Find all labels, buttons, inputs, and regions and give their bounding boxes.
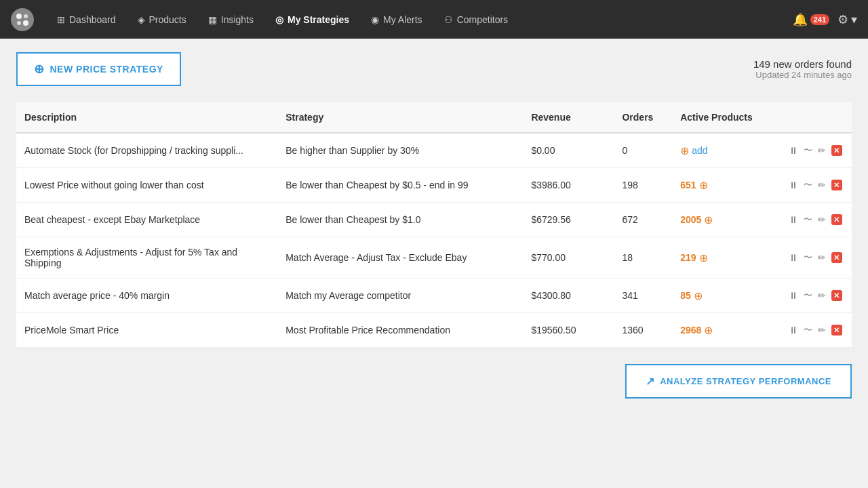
- chevron-down-icon: ▾: [851, 12, 857, 27]
- brand-logo[interactable]: [11, 8, 34, 31]
- edit-button[interactable]: ✏: [816, 323, 827, 337]
- bell-icon: 🔔: [793, 12, 808, 27]
- active-count: 651: [680, 180, 696, 190]
- table-header: Description Strategy Revenue Orders Acti…: [16, 102, 852, 133]
- analyze-strategy-button[interactable]: ↗ ANALYZE STRATEGY PERFORMANCE: [625, 364, 852, 399]
- add-products-button[interactable]: add: [692, 145, 707, 156]
- delete-button[interactable]: ✕: [830, 323, 844, 337]
- trend-icon: ↗: [646, 375, 655, 388]
- col-header-active-products: Active Products: [672, 102, 779, 133]
- nav-item-competitors[interactable]: ⚇ Competitors: [435, 9, 517, 30]
- cell-active-products: 651⊕: [672, 168, 779, 203]
- orders-found-text: 149 new orders found: [753, 58, 852, 70]
- cell-strategy: Match my Average competitor: [277, 279, 523, 313]
- cell-description: Exemptions & Adjustments - Adjust for 5%…: [16, 237, 277, 279]
- edit-button[interactable]: ✏: [816, 289, 827, 302]
- active-count: 2968: [680, 325, 701, 336]
- add-more-icon[interactable]: ⊕: [699, 251, 708, 264]
- analytics-button[interactable]: 〜: [802, 323, 814, 338]
- edit-button[interactable]: ✏: [816, 213, 827, 226]
- nav-links: ⊞ Dashboard ◈ Products ▦ Insights ◎ My S…: [47, 9, 793, 30]
- pause-button[interactable]: ⏸: [787, 251, 800, 264]
- cell-orders: 198: [614, 168, 672, 203]
- pause-button[interactable]: ⏸: [787, 144, 800, 157]
- cell-description: Match average price - 40% margin: [16, 279, 277, 313]
- cell-active-products: ⊕add: [672, 133, 779, 168]
- col-header-strategy: Strategy: [277, 102, 523, 133]
- delete-button[interactable]: ✕: [830, 213, 844, 226]
- svg-point-1: [24, 14, 28, 18]
- delete-button[interactable]: ✕: [830, 144, 844, 157]
- gear-icon: ⚙: [837, 12, 848, 27]
- alert-icon: ◉: [371, 14, 379, 25]
- new-price-strategy-button[interactable]: ⊕ NEW PRICE STRATEGY: [16, 52, 181, 86]
- col-header-actions: [779, 102, 852, 133]
- table-row: Lowest Price without going lower than co…: [16, 168, 852, 203]
- active-count: 85: [680, 290, 691, 301]
- analyze-wrap: ↗ ANALYZE STRATEGY PERFORMANCE: [16, 364, 852, 399]
- pause-button[interactable]: ⏸: [787, 289, 800, 302]
- analytics-button[interactable]: 〜: [802, 178, 814, 192]
- nav-item-products[interactable]: ◈ Products: [128, 9, 196, 30]
- nav-item-my-strategies[interactable]: ◎ My Strategies: [266, 9, 359, 30]
- table-row: Match average price - 40% marginMatch my…: [16, 279, 852, 313]
- table-body: Automate Stock (for Dropshipping / track…: [16, 133, 852, 348]
- cell-active-products: 2968⊕: [672, 313, 779, 348]
- delete-button[interactable]: ✕: [830, 178, 844, 192]
- col-header-revenue: Revenue: [523, 102, 614, 133]
- cell-strategy: Match Average - Adjust Tax - Exclude Eba…: [277, 237, 523, 279]
- pause-button[interactable]: ⏸: [787, 323, 800, 337]
- settings-button[interactable]: ⚙ ▾: [837, 12, 857, 27]
- navbar: ⊞ Dashboard ◈ Products ▦ Insights ◎ My S…: [0, 0, 868, 39]
- cell-revenue: $6729.56: [523, 203, 614, 237]
- users-icon: ⚇: [444, 14, 453, 25]
- svg-point-0: [16, 14, 22, 19]
- add-plus-icon: ⊕: [680, 144, 689, 157]
- col-header-description: Description: [16, 102, 277, 133]
- add-more-icon[interactable]: ⊕: [699, 179, 708, 192]
- top-bar: ⊕ NEW PRICE STRATEGY 149 new orders foun…: [16, 52, 852, 86]
- cell-revenue: $19560.50: [523, 313, 614, 348]
- plus-circle-icon: ⊕: [34, 62, 45, 77]
- analytics-button[interactable]: 〜: [802, 250, 814, 265]
- pause-button[interactable]: ⏸: [787, 213, 800, 226]
- analytics-button[interactable]: 〜: [802, 288, 814, 303]
- delete-button[interactable]: ✕: [830, 289, 844, 302]
- svg-point-3: [23, 20, 28, 26]
- svg-point-2: [17, 21, 21, 25]
- cell-strategy: Be higher than Supplier by 30%: [277, 133, 523, 168]
- add-more-icon[interactable]: ⊕: [704, 214, 713, 226]
- add-more-icon[interactable]: ⊕: [694, 289, 703, 302]
- cell-strategy: Most Profitable Price Recommendation: [277, 313, 523, 348]
- add-more-icon[interactable]: ⊕: [704, 324, 713, 337]
- grid-icon: ⊞: [57, 14, 65, 25]
- orders-updated-text: Updated 24 minutes ago: [753, 70, 852, 80]
- nav-item-insights[interactable]: ▦ Insights: [199, 9, 263, 30]
- cell-description: PriceMole Smart Price: [16, 313, 277, 348]
- strategies-table: Description Strategy Revenue Orders Acti…: [16, 102, 852, 348]
- table-row: Exemptions & Adjustments - Adjust for 5%…: [16, 237, 852, 279]
- cell-revenue: $770.00: [523, 237, 614, 279]
- nav-item-dashboard[interactable]: ⊞ Dashboard: [47, 9, 125, 30]
- star-icon: ◎: [275, 14, 283, 25]
- cell-orders: 672: [614, 203, 672, 237]
- cell-actions: ⏸ 〜 ✏ ✕: [779, 133, 852, 168]
- delete-button[interactable]: ✕: [830, 251, 844, 264]
- cell-orders: 18: [614, 237, 672, 279]
- edit-button[interactable]: ✏: [816, 251, 827, 264]
- nav-item-my-alerts[interactable]: ◉ My Alerts: [361, 9, 432, 30]
- cell-orders: 0: [614, 133, 672, 168]
- edit-button[interactable]: ✏: [816, 144, 827, 157]
- notifications-button[interactable]: 🔔 241: [793, 12, 829, 27]
- notifications-badge: 241: [810, 14, 829, 25]
- active-count: 2005: [680, 214, 701, 225]
- nav-right: 🔔 241 ⚙ ▾: [793, 12, 857, 27]
- cell-revenue: $0.00: [523, 133, 614, 168]
- cell-actions: ⏸ 〜 ✏ ✕: [779, 237, 852, 279]
- analytics-button[interactable]: 〜: [802, 212, 814, 227]
- edit-button[interactable]: ✏: [816, 178, 827, 192]
- cell-actions: ⏸ 〜 ✏ ✕: [779, 168, 852, 203]
- cell-description: Beat cheapest - except Ebay Marketplace: [16, 203, 277, 237]
- pause-button[interactable]: ⏸: [787, 178, 800, 192]
- analytics-button[interactable]: 〜: [802, 143, 814, 158]
